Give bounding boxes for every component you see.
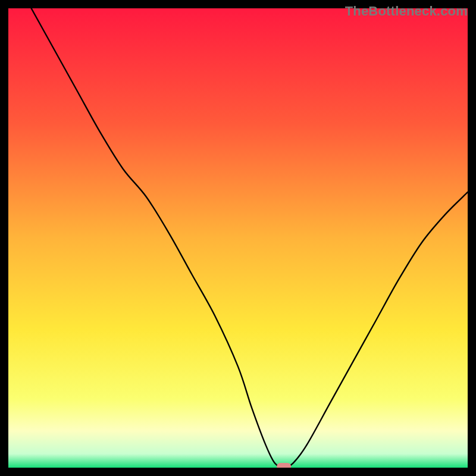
watermark-text: TheBottleneck.com bbox=[345, 4, 468, 19]
gradient-background bbox=[8, 8, 468, 468]
optimum-marker bbox=[277, 463, 291, 468]
chart-frame: TheBottleneck.com bbox=[0, 0, 476, 476]
bottleneck-chart bbox=[8, 8, 468, 468]
